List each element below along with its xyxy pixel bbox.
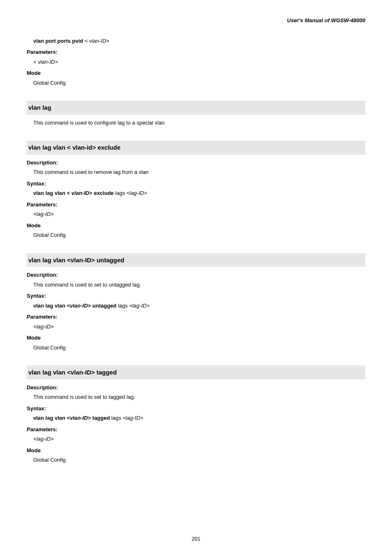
s3-syn-b1: vlan lag vlan < — [33, 303, 70, 309]
s2-syn-r1: lags — [115, 190, 126, 196]
s2-desc-text: This command is used to remove lag from … — [27, 168, 365, 176]
s2-syn-i: <lag-ID> — [127, 190, 147, 196]
intro-param-value: < vlan-ID> — [27, 58, 365, 66]
s2-syn-bi: vlan-ID — [71, 190, 89, 196]
s3-desc-label: Description: — [27, 271, 365, 279]
section-heading-exclude: vlan lag vlan < vlan-id> exclude — [27, 141, 365, 155]
s2-syn-line: vlan lag vlan < vlan-ID> exclude lags <l… — [27, 189, 365, 197]
s3-syn-i: <lag-ID> — [129, 303, 150, 309]
s2-syn-b2: > exclude — [89, 190, 115, 196]
s2-desc-label: Description: — [27, 159, 365, 167]
intro-syntax-line: vlan port ports pvid < vlan-ID> — [27, 37, 365, 45]
s3-mode-value: Global Config — [27, 344, 365, 352]
page-number: 201 — [0, 535, 392, 543]
section-heading-untagged: vlan lag vlan <vlan-ID> untagged — [27, 253, 365, 267]
s2-syn-label: Syntax: — [27, 180, 365, 188]
s2-mode-label: Mode — [27, 222, 365, 230]
s3-param-label: Parameters: — [27, 313, 365, 321]
s2-syn-b1: vlan lag vlan < — [33, 190, 71, 196]
s4-param-label: Parameters: — [27, 426, 365, 434]
s3-mode-label: Mode — [27, 334, 365, 342]
s4-param-value: <lag-ID> — [27, 435, 365, 443]
s4-mode-label: Mode — [27, 446, 365, 455]
page-header: User's Manual of WGSW-48000 — [27, 16, 365, 25]
s4-syn-label: Syntax: — [27, 405, 365, 413]
s4-syn-r1: lags — [111, 415, 122, 421]
intro-block: vlan port ports pvid < vlan-ID> Paramete… — [27, 37, 365, 87]
s3-syn-label: Syntax: — [27, 292, 365, 300]
s3-syn-bi: vlan-ID — [70, 303, 88, 309]
s3-syn-b2: > untagged — [88, 303, 118, 309]
s4-syn-b1: vlan lag vlan < — [33, 415, 70, 421]
s4-syn-line: vlan lag vlan <vlan-ID> tagged lags <lag… — [27, 414, 365, 422]
s4-syn-b2: > tagged — [88, 415, 111, 421]
s3-param-value: <lag-ID> — [27, 323, 365, 331]
s4-desc-text: This command is used to set to tagged la… — [27, 393, 365, 401]
s4-syn-i: <lag-ID> — [123, 415, 143, 421]
s1-desc-text: This command is used to configure lag to… — [27, 119, 365, 127]
section-heading-vlan-lag: vlan lag — [27, 101, 365, 115]
s3-syn-r1: lags — [118, 303, 129, 309]
s4-desc-label: Description: — [27, 384, 365, 392]
intro-mode-label: Mode — [27, 69, 365, 77]
s2-mode-value: Global Config — [27, 231, 365, 239]
s4-syn-bi: vlan-ID — [70, 415, 88, 421]
section-heading-tagged: vlan lag vlan <vlan-ID> tagged — [27, 365, 365, 379]
s2-param-label: Parameters: — [27, 201, 365, 209]
s2-param-value: <lag-ID> — [27, 210, 365, 218]
intro-syntax-rest: < vlan-ID> — [85, 38, 109, 44]
s4-mode-value: Global Config — [27, 456, 365, 464]
intro-syntax-bold: vlan port ports pvid — [33, 38, 85, 44]
s3-desc-text: This command is used to set to untagged … — [27, 281, 365, 289]
intro-mode-value: Global Config — [27, 79, 365, 87]
s3-syn-line: vlan lag vlan <vlan-ID> untagged lags <l… — [27, 302, 365, 310]
intro-param-label: Parameters: — [27, 48, 365, 56]
